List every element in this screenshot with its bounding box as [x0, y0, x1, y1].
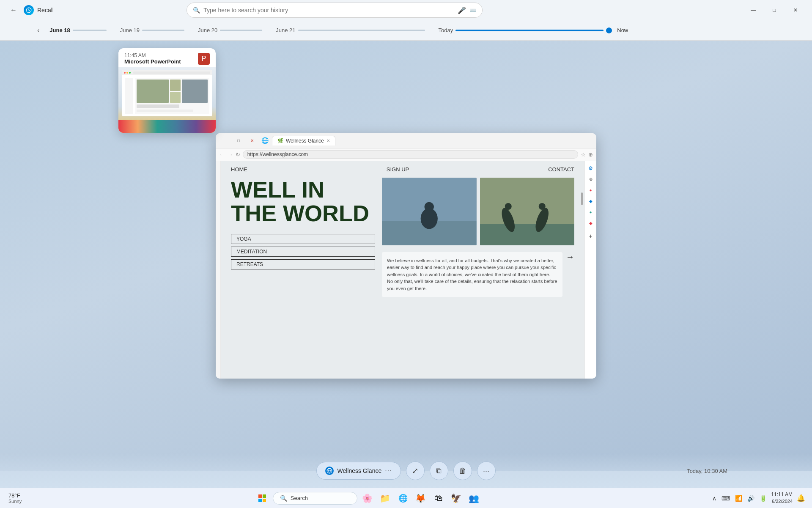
timeline-item-june20[interactable]: June 20: [191, 27, 269, 33]
timeline-bar-today: [455, 30, 604, 31]
taskbar-browser2-icon[interactable]: 🦊: [413, 491, 428, 506]
taskbar-right: ∧ ⌨ 📶 🔊 🔋 11:11 AM 6/22/2024 🔔: [705, 491, 812, 505]
nav-home[interactable]: HOME: [231, 166, 247, 173]
browser-scrollbar[interactable]: [580, 187, 584, 379]
minimize-button[interactable]: —: [743, 3, 763, 17]
scrollbar-thumb: [581, 192, 583, 205]
taskbar-clock[interactable]: 11:11 AM 6/22/2024: [771, 491, 793, 505]
browser-tab[interactable]: 🌿 Wellness Glance ✕: [272, 136, 335, 146]
close-button[interactable]: ✕: [786, 3, 805, 17]
back-button[interactable]: ←: [7, 3, 20, 17]
svg-rect-14: [258, 499, 262, 502]
wifi-icon[interactable]: 📶: [733, 493, 744, 503]
timeline-label-june21: June 21: [276, 27, 295, 33]
ext-icon-2[interactable]: ⊕: [586, 175, 595, 184]
weather-widget[interactable]: 78°F Sunny: [5, 492, 25, 504]
popup-thumbnail[interactable]: [118, 67, 216, 133]
notification-bell-icon[interactable]: 🔔: [795, 492, 807, 504]
svg-rect-13: [263, 494, 266, 498]
nav-contact[interactable]: CONTACT: [548, 166, 574, 173]
popup-content-col: 11:45 AM Microsoft PowerPoint: [124, 52, 181, 65]
timeline-label-june19: June 19: [120, 27, 140, 33]
ext-add-btn[interactable]: +: [586, 231, 595, 241]
popup-app-name: Microsoft PowerPoint: [124, 58, 181, 65]
taskbar-files-icon[interactable]: 📁: [378, 491, 393, 506]
maximize-button[interactable]: □: [765, 3, 784, 17]
timeline-item-june21[interactable]: June 21: [269, 27, 431, 33]
browser-refresh-btn[interactable]: ↻: [236, 151, 240, 158]
taskbar-edge-icon[interactable]: 🌐: [395, 491, 411, 506]
ext-icon-5[interactable]: ●: [586, 208, 595, 217]
taskbar-teams-icon[interactable]: 👥: [466, 491, 482, 506]
hero-menu: YOGA MEDITATION RETREATS: [231, 234, 375, 269]
delete-button[interactable]: 🗑: [453, 461, 472, 480]
timeline-bar-june19: [142, 30, 184, 31]
website-image-row-top: [382, 178, 574, 245]
keyboard-icon[interactable]: ⌨: [720, 493, 732, 503]
browser-minimize-btn[interactable]: —: [219, 136, 231, 145]
browser-extensions-btn[interactable]: ⊕: [588, 151, 593, 158]
timeline: ‹ June 18 June 19 June 20 June 21 Today …: [0, 20, 812, 41]
start-button[interactable]: [254, 490, 270, 506]
browser-window: — □ ✕ 🌐 🌿 Wellness Glance ✕ ← → ↻ https:…: [216, 133, 596, 379]
timeline-label-june18: June 18: [49, 27, 70, 33]
menu-retreats[interactable]: RETREATS: [231, 259, 375, 269]
microphone-button[interactable]: 🎤: [458, 6, 466, 14]
timeline-item-today[interactable]: Today Now: [432, 27, 635, 33]
browser-forward-btn[interactable]: →: [227, 151, 233, 158]
more-options-button[interactable]: ···: [477, 461, 496, 480]
arrow-icon: →: [566, 252, 574, 262]
taskbar-center: 🔍 Search 🌸 📁 🌐 🦊 🛍 🦅 👥: [30, 490, 705, 506]
meditation-image: [382, 178, 476, 245]
browser-url-bar[interactable]: https://wellnessglance.com: [243, 150, 578, 159]
copy-button[interactable]: ⧉: [430, 461, 448, 480]
timeline-item-june18[interactable]: June 18: [43, 27, 113, 33]
clock-date: 6/22/2024: [771, 498, 793, 505]
svg-rect-12: [258, 494, 262, 498]
svg-point-8: [505, 203, 511, 210]
timeline-item-june19[interactable]: June 19: [113, 27, 191, 33]
wellness-glance-pill[interactable]: Wellness Glance ···: [316, 462, 401, 480]
weather-condition: Sunny: [8, 499, 22, 504]
recall-taskbar-icon: 🦅: [451, 493, 461, 503]
taskbar-store-icon[interactable]: 🛍: [431, 491, 446, 506]
menu-yoga[interactable]: YOGA: [231, 234, 375, 244]
browser-icon: 🦊: [415, 493, 426, 503]
taskbar-search-icon: 🔍: [280, 495, 287, 502]
taskbar-photos-icon[interactable]: 🌸: [360, 491, 375, 506]
powerpoint-icon-letter: P: [202, 55, 206, 63]
browser-star-btn[interactable]: ☆: [581, 151, 586, 158]
pill-more-dots[interactable]: ···: [385, 467, 392, 475]
menu-meditation[interactable]: MEDITATION: [231, 247, 375, 257]
nav-signup[interactable]: SIGN UP: [387, 166, 409, 173]
timeline-label-june20: June 20: [198, 27, 217, 33]
browser-back-btn[interactable]: ←: [219, 151, 225, 158]
taskbar-recall-icon[interactable]: 🦅: [449, 491, 464, 506]
popup-time: 11:45 AM: [124, 52, 181, 58]
browser-maximize-btn[interactable]: □: [233, 136, 244, 145]
code-button[interactable]: ⌨️: [469, 7, 476, 14]
main-content-area: — □ ✕ 🌐 🌿 Wellness Glance ✕ ← → ↻ https:…: [0, 41, 812, 471]
taskbar-search[interactable]: 🔍 Search: [273, 492, 357, 505]
ext-icon-4[interactable]: ◆: [586, 197, 595, 206]
search-bar[interactable]: 🔍 🎤 ⌨️: [187, 3, 483, 18]
ext-icon-1[interactable]: ⚙: [586, 164, 595, 173]
clock-time: 11:11 AM: [771, 491, 793, 498]
battery-icon[interactable]: 🔋: [758, 493, 768, 503]
browser-tab-close[interactable]: ✕: [326, 138, 330, 143]
chevron-up-icon[interactable]: ∧: [710, 493, 718, 503]
website-description-text: We believe in wellness for all, and for …: [387, 258, 557, 291]
timeline-back-button[interactable]: ‹: [34, 25, 43, 36]
browser-left-sidebar: [216, 161, 221, 379]
browser-close-btn[interactable]: ✕: [246, 136, 258, 145]
ext-icon-6[interactable]: ◆: [586, 219, 595, 228]
volume-icon[interactable]: 🔊: [746, 493, 756, 503]
popup-app-icon: P: [198, 53, 210, 65]
expand-button[interactable]: ⤢: [406, 461, 425, 480]
search-input[interactable]: [203, 7, 454, 14]
popup-card: 11:45 AM Microsoft PowerPoint P: [118, 48, 216, 133]
svg-point-4: [425, 202, 434, 211]
system-tray-icons: ∧ ⌨ 📶 🔊 🔋: [710, 493, 768, 503]
window-controls: — □ ✕: [743, 3, 805, 17]
ext-icon-3[interactable]: ●: [586, 186, 595, 195]
